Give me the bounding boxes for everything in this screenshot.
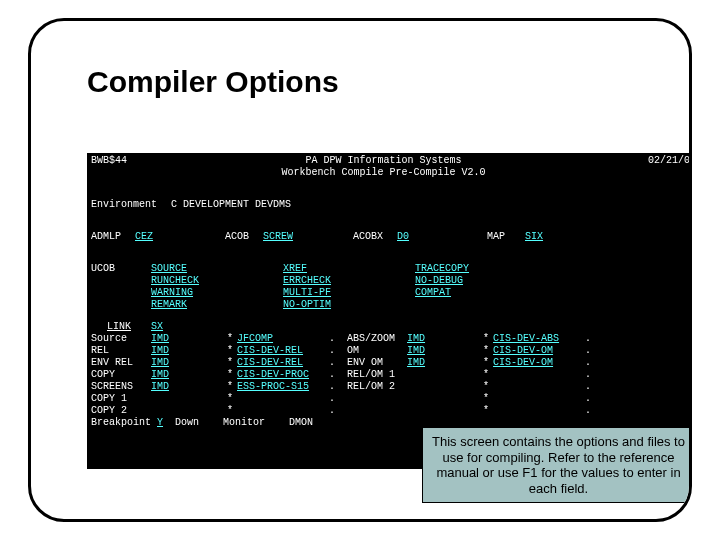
terminal-screen: BWB$44 PA DPW Information Systems 02/21/… — [87, 153, 692, 469]
link-c3-field[interactable]: IMD — [407, 334, 477, 344]
link-field[interactable]: SX — [151, 322, 231, 332]
link-c3-label: ENV OM — [347, 358, 407, 368]
slide-title: Compiler Options — [87, 65, 339, 99]
monitor-label: Monitor — [223, 418, 265, 428]
link-c4-field[interactable]: CIS-DEV-OM — [493, 346, 585, 356]
link-c2-field[interactable]: ESS-PROC-S15 — [237, 382, 329, 392]
help-callout: This screen contains the options and fil… — [422, 427, 692, 503]
acobx-label: ACOBX — [353, 232, 397, 242]
dmon-label: DMON — [289, 418, 313, 428]
ucob-c2-0[interactable]: XREF — [283, 264, 393, 274]
ucob-c1-2[interactable]: WARNING — [151, 288, 261, 298]
down-label: Down — [175, 418, 199, 428]
admlp-field[interactable]: CEZ — [135, 232, 215, 242]
link-c3-label: OM — [347, 346, 407, 356]
map-field[interactable]: SIX — [525, 232, 595, 242]
link-c4-field[interactable]: CIS-DEV-ABS — [493, 334, 585, 344]
ucob-c2-3[interactable]: NO-OPTIM — [283, 300, 393, 310]
link-c3-label: REL/OM 1 — [347, 370, 407, 380]
link-c2-field[interactable]: CIS-DEV-REL — [237, 358, 329, 368]
link-c3-field[interactable]: IMD — [407, 358, 477, 368]
link-rows: Source IMD * JFCOMP. ABS/ZOOMIMD * CIS-D… — [91, 333, 692, 417]
breakpoint-label: Breakpoint — [91, 418, 157, 428]
link-c4-field[interactable]: CIS-DEV-OM — [493, 358, 585, 368]
acob-label: ACOB — [225, 232, 263, 242]
link-c1-field[interactable]: IMD — [151, 370, 221, 380]
link-row-label: COPY 1 — [91, 394, 145, 404]
link-c2-field[interactable]: CIS-DEV-REL — [237, 346, 329, 356]
date: 02/21/06 — [616, 156, 692, 166]
link-c3-label: REL/OM 2 — [347, 382, 407, 392]
acob-field[interactable]: SCREW — [263, 232, 343, 242]
link-row: COPY 1 * . * . — [91, 393, 692, 405]
acobx-field[interactable]: D0 — [397, 232, 477, 242]
map-label: MAP — [487, 232, 517, 242]
link-c1-field[interactable]: IMD — [151, 358, 221, 368]
link-label: LINK — [91, 322, 131, 332]
link-row: COPY IMD * CIS-DEV-PROC. REL/OM 1 * . — [91, 369, 692, 381]
ucob-c1-1[interactable]: RUNCHECK — [151, 276, 261, 286]
link-row-label: Source — [91, 334, 145, 344]
link-row-label: ENV REL — [91, 358, 145, 368]
env-label: Environment — [91, 200, 171, 210]
link-row: ENV REL IMD * CIS-DEV-REL. ENV OMIMD * C… — [91, 357, 692, 369]
ucob-c3-0[interactable]: TRACECOPY — [415, 264, 525, 274]
screen-id: BWB$44 — [91, 156, 151, 166]
link-row-label: COPY 2 — [91, 406, 145, 416]
ucob-c2-1[interactable]: ERRCHECK — [283, 276, 393, 286]
slide-frame: Compiler Options BWB$44 PA DPW Informati… — [28, 18, 692, 522]
link-row: Source IMD * JFCOMP. ABS/ZOOMIMD * CIS-D… — [91, 333, 692, 345]
link-c3-label: ABS/ZOOM — [347, 334, 407, 344]
env-value: C DEVELOPMENT DEVDMS — [171, 200, 291, 210]
ucob-c3-2[interactable]: COMPAT — [415, 288, 525, 298]
ucob-c3-1[interactable]: NO-DEBUG — [415, 276, 525, 286]
link-row-label: SCREENS — [91, 382, 145, 392]
breakpoint-field[interactable]: Y — [157, 418, 169, 428]
link-row-label: REL — [91, 346, 145, 356]
ucob-label: UCOB — [91, 264, 151, 274]
link-row: SCREENS IMD * ESS-PROC-S15. REL/OM 2 * . — [91, 381, 692, 393]
link-row: REL IMD * CIS-DEV-REL. OMIMD * CIS-DEV-O… — [91, 345, 692, 357]
ucob-c1-3[interactable]: REMARK — [151, 300, 261, 310]
link-c2-field[interactable]: CIS-DEV-PROC — [237, 370, 329, 380]
link-c3-field[interactable]: IMD — [407, 346, 477, 356]
link-row: COPY 2 * . * . — [91, 405, 692, 417]
org-line: PA DPW Information Systems — [151, 156, 616, 166]
ucob-c1-0[interactable]: SOURCE — [151, 264, 261, 274]
ucob-c2-2[interactable]: MULTI-PF — [283, 288, 393, 298]
link-row-label: COPY — [91, 370, 145, 380]
admlp-label: ADMLP — [91, 232, 135, 242]
link-c1-field[interactable]: IMD — [151, 334, 221, 344]
app-line: Workbench Compile Pre-Compile V2.0 — [151, 168, 616, 178]
link-c1-field[interactable]: IMD — [151, 346, 221, 356]
link-c1-field[interactable]: IMD — [151, 382, 221, 392]
link-c2-field[interactable]: JFCOMP — [237, 334, 329, 344]
